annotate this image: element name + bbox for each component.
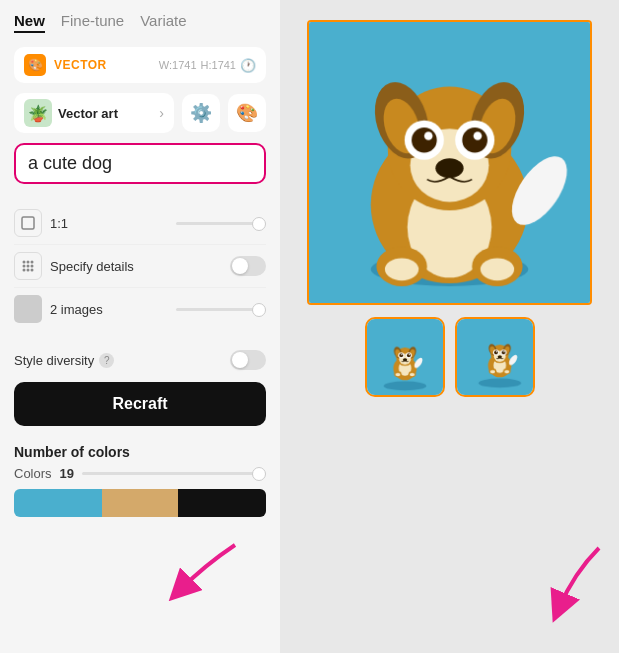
svg-point-2 — [27, 261, 30, 264]
clock-icon: 🕐 — [240, 58, 256, 73]
model-height: H:1741 — [201, 59, 236, 71]
tabs-container: New Fine-tune Variate — [14, 12, 266, 33]
prompt-box[interactable]: a cute dog — [14, 143, 266, 184]
main-image-container[interactable] — [307, 20, 592, 305]
svg-point-6 — [31, 265, 34, 268]
recraft-button[interactable]: Recraft — [14, 382, 266, 426]
style-selector: 🪴 Vector art › ⚙️ 🎨 — [14, 93, 266, 133]
colors-count: 19 — [60, 466, 74, 481]
svg-point-9 — [31, 269, 34, 272]
thumb-dog-2 — [457, 319, 533, 395]
svg-point-4 — [23, 265, 26, 268]
thumbnail-1[interactable] — [365, 317, 445, 397]
right-panel — [280, 0, 619, 653]
aspect-ratio-slider[interactable] — [176, 222, 266, 225]
svg-point-3 — [31, 261, 34, 264]
thumbnail-2[interactable] — [455, 317, 535, 397]
left-panel: New Fine-tune Variate 🎨 VECTOR W:1741 H:… — [0, 0, 280, 653]
model-icon: 🎨 — [24, 54, 46, 76]
style-pill[interactable]: 🪴 Vector art › — [14, 93, 174, 133]
pink-arrow-left — [165, 535, 245, 615]
specify-details-toggle[interactable] — [230, 256, 266, 276]
specify-details-label: Specify details — [50, 259, 222, 274]
style-diversity-label: Style diversity ? — [14, 353, 230, 368]
num-images-row: 2 images — [14, 288, 266, 330]
style-diversity-toggle[interactable] — [230, 350, 266, 370]
svg-point-7 — [23, 269, 26, 272]
color-palette — [14, 489, 266, 517]
style-label: Vector art — [58, 106, 153, 121]
settings-section: 1:1 Specify details — [14, 202, 266, 330]
model-width: W:1741 — [159, 59, 197, 71]
svg-point-1 — [23, 261, 26, 264]
num-images-icon — [14, 295, 42, 323]
colors-section: Number of colors Colors 19 — [14, 444, 266, 517]
colors-row: Colors 19 — [14, 466, 266, 481]
style-thumb-icon: 🪴 — [24, 99, 52, 127]
palette-icon-btn[interactable]: 🎨 — [228, 94, 266, 132]
thumbnails-row — [365, 317, 535, 397]
model-dims: W:1741 H:1741 🕐 — [159, 58, 256, 73]
aspect-ratio-row: 1:1 — [14, 202, 266, 245]
settings-icon-btn[interactable]: ⚙️ — [182, 94, 220, 132]
help-icon: ? — [99, 353, 114, 368]
specify-details-row: Specify details — [14, 245, 266, 288]
palette-seg-1 — [14, 489, 102, 517]
model-bar[interactable]: 🎨 VECTOR W:1741 H:1741 🕐 — [14, 47, 266, 83]
tab-variate[interactable]: Variate — [140, 12, 186, 33]
colors-title: Number of colors — [14, 444, 266, 460]
aspect-ratio-icon — [14, 209, 42, 237]
pink-arrow-right — [514, 533, 614, 633]
style-chevron-icon: › — [159, 105, 164, 121]
num-images-label: 2 images — [50, 302, 168, 317]
tab-new[interactable]: New — [14, 12, 45, 33]
svg-rect-0 — [22, 217, 34, 229]
svg-point-5 — [27, 265, 30, 268]
colors-slider[interactable] — [82, 472, 266, 475]
prompt-text: a cute dog — [28, 153, 112, 173]
colors-label: Colors — [14, 466, 52, 481]
style-diversity-row: Style diversity ? — [14, 342, 266, 378]
model-name: VECTOR — [54, 58, 107, 72]
palette-seg-3 — [178, 489, 266, 517]
tab-finetune[interactable]: Fine-tune — [61, 12, 124, 33]
aspect-ratio-label: 1:1 — [50, 216, 168, 231]
specify-details-icon — [14, 252, 42, 280]
thumb-dog-1 — [367, 319, 443, 395]
num-images-slider[interactable] — [176, 308, 266, 311]
main-dog-image — [309, 22, 590, 303]
svg-point-8 — [27, 269, 30, 272]
palette-seg-2 — [102, 489, 178, 517]
